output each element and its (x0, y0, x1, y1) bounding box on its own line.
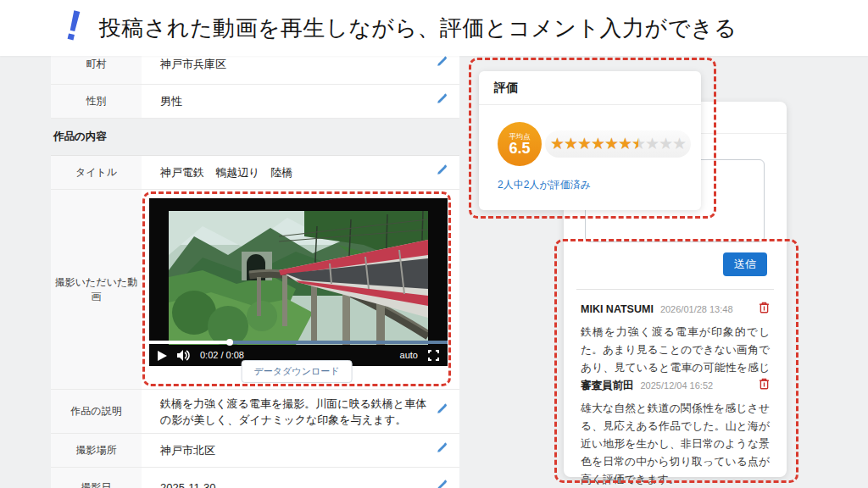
video-player[interactable]: 0:02 / 0:08 auto (149, 198, 448, 366)
star-icon[interactable]: ★★ (604, 134, 618, 154)
comment-item: 審査員前田 2025/12/04 16:52 雄大な自然と鉄道の関係性を感じさせ… (581, 378, 770, 488)
date-value: 2025-11-30 (160, 480, 216, 488)
gender-label: 性別 (51, 85, 142, 118)
edit-icon[interactable] (436, 480, 448, 488)
edit-icon[interactable] (436, 403, 448, 419)
data-download-button[interactable]: データダウンロード (242, 360, 353, 383)
highlight-banner: ! 投稿された動画を再生しながら、評価とコメント入力ができる (0, 0, 868, 56)
video-quality[interactable]: auto (400, 347, 418, 363)
submission-detail-form: 町村 神戸市兵庫区 性別 男性 作品の内容 タイトル 神戸電鉄 鵯越辺り 陸橋 … (51, 44, 459, 488)
location-value: 神戸市北区 (160, 442, 215, 458)
gender-value: 男性 (160, 93, 182, 109)
edit-icon[interactable] (436, 93, 448, 109)
star-icon[interactable]: ★★ (632, 134, 645, 154)
edit-icon[interactable] (436, 56, 448, 72)
star-icon[interactable]: ★★ (591, 134, 604, 154)
play-icon[interactable] (158, 351, 167, 361)
star-rating[interactable]: ★★★★★★★★★★★★★★★★★★★★ (550, 134, 686, 154)
description-value: 鉄橋を力強く渡る電車を撮影。川面に映る鉄橋と車体の影が美しく、ダイナミックな印象… (160, 396, 431, 428)
form-row-description: 作品の説明 鉄橋を力強く渡る電車を撮影。川面に映る鉄橋と車体の影が美しく、ダイナ… (51, 390, 459, 434)
form-row-gender: 性別 男性 (51, 85, 459, 119)
average-score-label: 平均点 (509, 132, 531, 141)
rating-panel-title: 評価 (479, 71, 701, 105)
average-score-value: 6.5 (509, 141, 530, 157)
exclamation-icon: ! (62, 3, 85, 47)
description-label: 作品の説明 (51, 390, 142, 433)
town-value: 神戸市兵庫区 (160, 56, 226, 72)
star-icon[interactable]: ★★ (618, 134, 632, 154)
comment-author: MIKI NATSUMI (581, 303, 654, 315)
title-label: タイトル (51, 156, 142, 189)
average-score-badge: 平均点 6.5 (498, 122, 542, 166)
title-value: 神戸電鉄 鵯越辺り 陸橋 (160, 164, 292, 180)
star-icon[interactable]: ★★ (577, 134, 591, 154)
rating-panel: 評価 平均点 6.5 ★★★★★★★★★★★★★★★★★★★★ 2人中2人が評価… (479, 71, 701, 210)
video-frame-train (169, 211, 428, 345)
delete-comment-icon[interactable] (759, 302, 770, 317)
star-icon[interactable]: ★★ (550, 134, 564, 154)
star-icon[interactable]: ★★ (672, 134, 686, 154)
send-button[interactable]: 送信 (723, 252, 767, 276)
delete-comment-icon[interactable] (759, 378, 770, 393)
comment-timestamp: 2025/12/04 16:52 (641, 380, 714, 391)
location-label: 撮影場所 (51, 434, 142, 467)
form-row-location: 撮影場所 神戸市北区 (51, 434, 459, 468)
rating-summary-link[interactable]: 2人中2人が評価済み (498, 178, 591, 192)
edit-icon[interactable] (436, 442, 448, 458)
star-icon[interactable]: ★★ (645, 134, 659, 154)
video-label: 撮影いただいた動画 (51, 190, 142, 389)
comment-author: 審査員前田 (581, 379, 634, 393)
fullscreen-icon[interactable] (428, 350, 439, 361)
video-time: 0:02 / 0:08 (200, 347, 244, 363)
comments-divider (576, 289, 774, 290)
star-icon[interactable]: ★★ (564, 134, 577, 154)
star-icon[interactable]: ★★ (659, 134, 672, 154)
comment-body: 雄大な自然と鉄道の関係性を感じさせる、見応えある作品でした。山と海が近い地形を生… (581, 399, 770, 488)
comment-timestamp: 2026/01/28 13:48 (660, 304, 733, 314)
form-row-title: タイトル 神戸電鉄 鵯越辺り 陸橋 (51, 156, 459, 190)
video-progress-bar[interactable] (149, 341, 448, 344)
date-label: 撮影日 (51, 468, 142, 488)
form-row-video: 撮影いただいた動画 (51, 190, 459, 390)
edit-icon[interactable] (436, 164, 448, 180)
section-header-work-content: 作品の内容 (51, 119, 459, 156)
video-progress-played (149, 341, 230, 344)
banner-title: 投稿された動画を再生しながら、評価とコメント入力ができる (99, 14, 737, 43)
form-row-date: 撮影日 2025-11-30 (51, 468, 459, 488)
volume-icon[interactable] (177, 350, 190, 361)
video-highlight-box: 0:02 / 0:08 auto データダウンロード (142, 191, 451, 386)
